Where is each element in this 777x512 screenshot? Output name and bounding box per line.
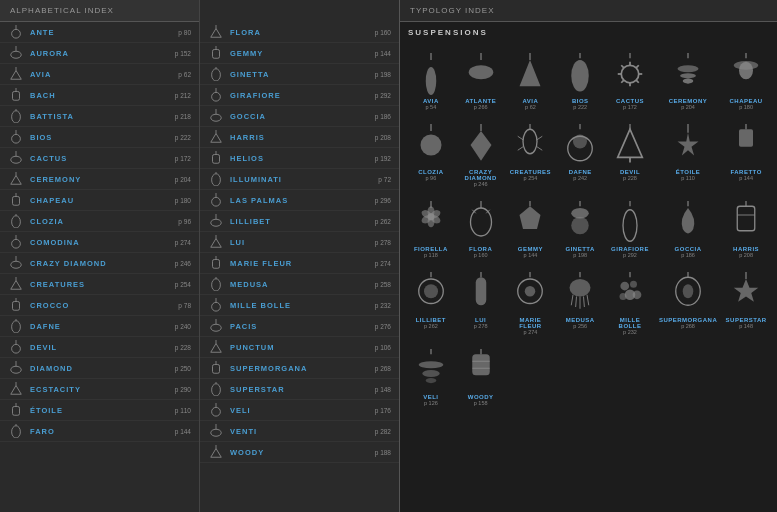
middle-index-item[interactable]: FLORA p 160 [200,22,399,43]
left-index-item[interactable]: COMODINA p 274 [0,232,199,253]
typology-item[interactable]: LILLIBET p 262 [408,266,454,339]
item-name: LAS PALMAS [230,196,375,205]
svg-point-85 [468,65,493,79]
typology-item[interactable]: CEREMONY p 204 [657,47,719,114]
middle-index-item[interactable]: SUPERSTAR p 148 [200,379,399,400]
svg-rect-16 [13,197,20,206]
left-index-item[interactable]: DAFNE p 240 [0,316,199,337]
typology-item[interactable]: SUPERMORGANA p 268 [657,266,719,339]
middle-index-item[interactable]: VENTI p 282 [200,421,399,442]
left-index-item[interactable]: ÉTOILE p 110 [0,400,199,421]
item-page: p 296 [375,197,391,204]
typology-item[interactable]: MARIE FLEUR p 274 [508,266,554,339]
typology-item[interactable]: DAFNE p 242 [557,118,603,191]
item-page: p 144 [175,428,191,435]
left-index-item[interactable]: CROCCO p 78 [0,295,199,316]
typology-item[interactable]: CACTUS p 172 [607,47,653,114]
middle-index-item[interactable]: GOCCIA p 186 [200,106,399,127]
typology-item[interactable]: AVIA p 54 [408,47,454,114]
left-index-item[interactable]: FARO p 144 [0,421,199,442]
middle-index-item[interactable]: ILLUMINATI p 72 [200,169,399,190]
left-index-item[interactable]: CACTUS p 172 [0,148,199,169]
middle-index-item[interactable]: VELI p 176 [200,400,399,421]
left-index-item[interactable]: DIAMOND p 250 [0,358,199,379]
middle-index-item[interactable]: LAS PALMAS p 296 [200,190,399,211]
middle-index-item[interactable]: GEMMY p 144 [200,43,399,64]
middle-index-item[interactable]: PACIS p 276 [200,316,399,337]
lamp-icon-15 [8,339,24,355]
typology-item[interactable]: SUPERSTAR p 148 [723,266,769,339]
item-page: p 274 [175,239,191,246]
middle-index-item[interactable]: MARIE FLEUR p 274 [200,253,399,274]
lamp-icon-mid-10 [208,234,224,250]
item-name: SUPERMORGANA [230,364,375,373]
typology-item[interactable]: ÉTOILE p 110 [657,118,719,191]
typology-item[interactable]: VELI p 126 [408,343,454,410]
left-index-item[interactable]: CEREMONY p 204 [0,169,199,190]
lamp-icon-6 [8,150,24,166]
svg-line-97 [621,80,624,83]
typology-item[interactable]: GINETTA p 198 [557,195,603,262]
typology-item[interactable]: GOCCIA p 186 [657,195,719,262]
left-index-item[interactable]: CLOZIA p 96 [0,211,199,232]
typology-item[interactable]: MEDUSA p 256 [557,266,603,339]
middle-index-item[interactable]: WOODY p 188 [200,442,399,463]
item-page: p 72 [378,176,391,183]
left-index-item[interactable]: AURORA p 152 [0,43,199,64]
typology-item[interactable]: CRAZY DIAMOND p 246 [458,118,504,191]
typology-item[interactable]: BIOS p 222 [557,47,603,114]
svg-point-8 [12,111,21,123]
middle-index-item[interactable]: LILLIBET p 262 [200,211,399,232]
middle-index-item[interactable]: HELIOS p 192 [200,148,399,169]
left-index-item[interactable]: CREATURES p 254 [0,274,199,295]
left-index-item[interactable]: BATTISTA p 218 [0,106,199,127]
typology-item[interactable]: FARETTO p 144 [723,118,769,191]
item-page: p 222 [175,134,191,141]
svg-point-30 [12,344,21,353]
item-page: p 268 [375,365,391,372]
item-name: COMODINA [30,238,175,247]
svg-point-108 [420,134,441,155]
middle-index-item[interactable]: SUPERMORGANA p 268 [200,358,399,379]
typology-item[interactable]: FIORELLA p 118 [408,195,454,262]
middle-index-item[interactable]: GINETTA p 198 [200,64,399,85]
item-name: BIOS [30,133,175,142]
typology-item[interactable]: GIRAFIORE p 292 [607,195,653,262]
left-index-item[interactable]: BIOS p 222 [0,127,199,148]
typology-item[interactable]: CLOZIA p 96 [408,118,454,191]
typology-item[interactable]: CREATURES p 254 [508,118,554,191]
typology-item[interactable]: HARRIS p 208 [723,195,769,262]
typology-item[interactable]: WOODY p 158 [458,343,504,410]
middle-index-item[interactable]: HARRIS p 208 [200,127,399,148]
svg-point-101 [678,65,699,72]
typology-item[interactable]: GEMMY p 144 [508,195,554,262]
typology-item[interactable]: ATLANTE p 266 [458,47,504,114]
typology-lamp-icon-9 [510,122,550,167]
svg-point-64 [212,279,221,291]
typology-item[interactable]: CHAPEAU p 180 [723,47,769,114]
left-index-item[interactable]: BACH p 212 [0,85,199,106]
left-index-item[interactable]: ECSTACITY p 290 [0,379,199,400]
typology-item[interactable]: FLORA p 160 [458,195,504,262]
svg-point-20 [12,239,21,248]
left-index-item[interactable]: ANTE p 80 [0,22,199,43]
left-index-item[interactable]: CRAZY DIAMOND p 246 [0,253,199,274]
middle-index-item[interactable]: MILLE BOLLE p 232 [200,295,399,316]
typology-item[interactable]: AVIA p 62 [508,47,554,114]
lamp-icon-2 [8,66,24,82]
left-index-item[interactable]: DEVIL p 228 [0,337,199,358]
typology-item-page: p 158 [474,400,488,406]
typology-item-page: p 256 [573,323,587,329]
middle-index-item[interactable]: MEDUSA p 258 [200,274,399,295]
typology-item[interactable]: LUI p 278 [458,266,504,339]
left-index-item[interactable]: AVIA p 62 [0,64,199,85]
item-name: MILLE BOLLE [230,301,375,310]
left-index-item[interactable]: CHAPEAU p 180 [0,190,199,211]
typology-item[interactable]: MILLE BOLLE p 232 [607,266,653,339]
middle-index-item[interactable]: LUI p 278 [200,232,399,253]
middle-index-item[interactable]: GIRAFIORE p 292 [200,85,399,106]
lamp-icon-mid-1 [208,45,224,61]
typology-item-page: p 186 [681,252,695,258]
middle-index-item[interactable]: PUNCTUM p 106 [200,337,399,358]
typology-item[interactable]: DEVIL p 228 [607,118,653,191]
